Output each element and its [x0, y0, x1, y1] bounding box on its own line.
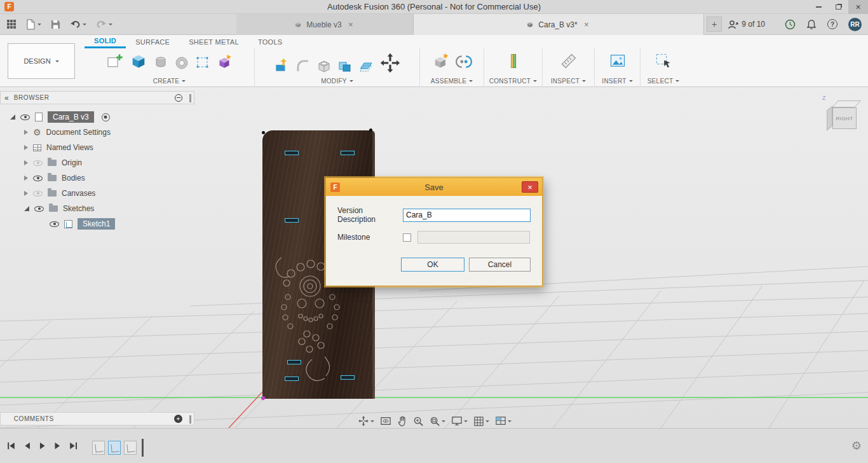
tab-close-icon[interactable] [582, 20, 591, 29]
activate-component-icon[interactable] [102, 113, 110, 121]
panel-slot[interactable] [285, 377, 299, 381]
version-description-input[interactable] [403, 209, 531, 222]
collapse-all-icon[interactable] [175, 94, 182, 102]
tree-item-label[interactable]: Named Views [46, 143, 93, 152]
vertex-point[interactable] [369, 128, 372, 132]
undo-button[interactable] [70, 20, 86, 29]
display-settings-button[interactable] [451, 416, 468, 426]
vertex-point[interactable] [262, 131, 265, 134]
browser-header[interactable]: BROWSER [0, 91, 194, 104]
view-cube-front-face[interactable]: RIGHT [832, 107, 857, 129]
move-copy-button[interactable] [379, 52, 401, 74]
view-cube-top-face[interactable] [832, 100, 861, 107]
job-status-button[interactable]: 9 of 10 [728, 20, 765, 29]
visibility-eye-icon[interactable] [34, 206, 44, 212]
tree-row-document-settings[interactable]: Document Settings [0, 125, 194, 140]
close-button[interactable] [848, 0, 868, 14]
torus-button[interactable] [174, 55, 189, 70]
collapse-panel-icon[interactable] [4, 94, 9, 102]
restore-button[interactable] [829, 0, 848, 14]
visibility-eye-off-icon[interactable] [33, 191, 43, 197]
root-component-label[interactable]: Cara_B v3 [48, 111, 94, 123]
file-menu-button[interactable] [26, 19, 41, 30]
press-pull-button[interactable] [273, 57, 290, 74]
tab-sheet-metal[interactable]: SHEET METAL [179, 35, 248, 48]
select-button[interactable] [654, 52, 672, 70]
save-button[interactable] [51, 20, 60, 29]
fit-button[interactable] [430, 416, 445, 427]
measure-button[interactable] [560, 52, 578, 70]
group-label-inspect[interactable]: INSPECT [551, 78, 586, 85]
collapsed-triangle-icon[interactable] [24, 130, 28, 135]
browser-scrollbar[interactable] [189, 94, 191, 102]
tree-row-named-views[interactable]: Named Views [0, 140, 194, 155]
cancel-button[interactable]: Cancel [469, 258, 531, 272]
document-tab-cara-b[interactable]: Cara_B v3* [414, 14, 704, 35]
origin-point[interactable] [261, 396, 265, 400]
grid-snaps-button[interactable] [473, 416, 489, 427]
collapsed-triangle-icon[interactable] [24, 191, 28, 196]
create-sketch-button[interactable] [106, 52, 124, 70]
notifications-button[interactable] [806, 19, 817, 30]
orbit-button[interactable] [358, 415, 374, 427]
joint-button[interactable] [456, 53, 472, 70]
sketch1-label[interactable]: Sketch1 [78, 218, 115, 230]
save-dialog-titlebar[interactable]: F Save [326, 178, 542, 196]
combine-button[interactable] [337, 59, 353, 74]
tab-surface[interactable]: SURFACE [126, 35, 179, 48]
app-grid-button[interactable] [6, 19, 17, 29]
dialog-close-button[interactable] [522, 181, 538, 193]
group-label-assemble[interactable]: ASSEMBLE [431, 78, 473, 85]
view-cube-left-face[interactable] [827, 106, 832, 130]
timeline-settings-gear-icon[interactable] [851, 440, 862, 452]
step-back-button[interactable] [23, 441, 31, 451]
panel-slot[interactable] [341, 375, 355, 380]
pan-button[interactable] [397, 416, 407, 427]
visibility-eye-off-icon[interactable] [33, 160, 43, 166]
document-tab-mueble[interactable]: Mueble v3 [236, 14, 414, 35]
group-label-construct[interactable]: CONSTRUCT [489, 78, 537, 85]
fillet-button[interactable] [295, 59, 311, 74]
minimize-button[interactable] [809, 0, 829, 14]
zoom-button[interactable] [413, 416, 424, 427]
workspace-selector[interactable]: DESIGN [8, 43, 75, 79]
group-label-create[interactable]: CREATE [153, 78, 186, 85]
tree-item-label[interactable]: Origin [62, 158, 82, 167]
milestone-checkbox[interactable] [403, 233, 411, 242]
visibility-eye-icon[interactable] [20, 114, 30, 120]
cylinder-button[interactable] [153, 55, 168, 70]
panel-slot[interactable] [285, 218, 299, 223]
tree-item-label[interactable]: Canvases [62, 189, 95, 198]
panel-slot[interactable] [341, 151, 355, 155]
group-label-select[interactable]: SELECT [648, 78, 680, 85]
tree-row-sketches[interactable]: Sketches [0, 201, 194, 216]
box-button[interactable] [130, 52, 147, 70]
derive-button[interactable] [216, 53, 233, 70]
tree-row-root[interactable]: Cara_B v3 [0, 109, 194, 125]
visibility-eye-icon[interactable] [33, 176, 43, 181]
tree-row-origin[interactable]: Origin [0, 155, 194, 170]
visibility-eye-icon[interactable] [50, 221, 59, 227]
user-avatar[interactable]: RR [848, 18, 862, 31]
construction-plane-button[interactable] [505, 52, 522, 70]
tree-row-bodies[interactable]: Bodies [0, 170, 194, 186]
history-button[interactable] [785, 19, 796, 30]
tree-item-label[interactable]: Sketches [63, 204, 94, 213]
ok-button[interactable]: OK [401, 258, 465, 272]
tab-tools[interactable]: TOOLS [248, 35, 292, 48]
new-component-button[interactable] [432, 52, 450, 70]
timeline-position-marker[interactable] [142, 439, 144, 457]
tab-close-icon[interactable] [346, 20, 355, 29]
comments-panel[interactable]: COMMENTS [0, 412, 194, 425]
go-to-end-button[interactable] [69, 441, 78, 451]
new-tab-button[interactable] [707, 17, 722, 32]
collapsed-triangle-icon[interactable] [24, 160, 28, 165]
timeline-sketch-feature-selected[interactable] [108, 441, 121, 455]
timeline-sketch-feature[interactable] [92, 441, 105, 455]
shell-button[interactable] [316, 59, 332, 74]
tree-item-label[interactable]: Bodies [62, 174, 85, 183]
tree-item-label[interactable]: Document Settings [46, 128, 111, 137]
go-to-start-button[interactable] [6, 441, 16, 451]
tree-row-sketch1[interactable]: Sketch1 [0, 216, 194, 232]
help-button[interactable] [827, 19, 837, 29]
